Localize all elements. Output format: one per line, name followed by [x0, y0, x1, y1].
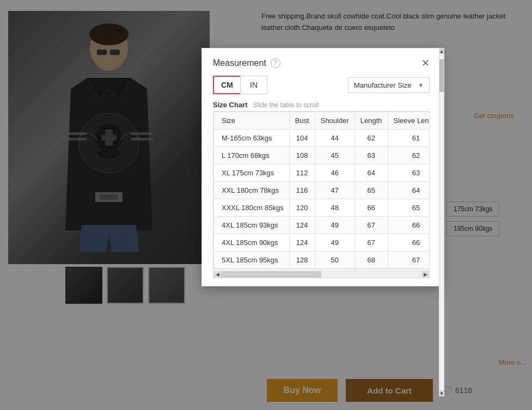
table-cell: 44	[315, 130, 354, 147]
table-cell: M-165cm 63kgs	[214, 130, 290, 147]
table-cell: 104	[289, 130, 315, 147]
modal-close-button[interactable]: ✕	[421, 58, 430, 68]
table-cell: 64	[388, 182, 430, 199]
table-header-row: Size Bust Shoulder Length Sleeve Length	[214, 112, 430, 130]
table-row: 5XL 185cm 95kgs128506867	[214, 252, 430, 269]
table-cell: XXL 180cm 78kgs	[214, 182, 290, 199]
table-cell: 67	[354, 217, 388, 234]
table-cell: 66	[388, 234, 430, 252]
measurement-modal: Measurement ? ✕ CM IN Manufacturer Size …	[201, 48, 441, 286]
scroll-right-arrow[interactable]: ▶	[421, 271, 429, 278]
scroll-up-arrow[interactable]: ▲	[439, 48, 444, 54]
unit-toggle: CM IN	[213, 76, 267, 94]
table-row: M-165cm 63kgs104446261	[214, 130, 430, 147]
table-row: XL 175cm 73kgs112466463	[214, 164, 430, 182]
vertical-scrollbar[interactable]: ▲ ▼	[439, 48, 444, 396]
modal-controls: CM IN Manufacturer Size ▼	[202, 68, 441, 94]
table-cell: 124	[289, 234, 315, 252]
table-cell: 112	[289, 164, 315, 182]
table-cell: L 170cm 68kgs	[214, 147, 290, 164]
table-cell: 128	[289, 252, 315, 269]
table-cell: 66	[354, 199, 388, 217]
table-cell: 50	[315, 252, 354, 269]
table-cell: 65	[388, 199, 430, 217]
table-cell: 46	[315, 164, 354, 182]
table-row: XXL 180cm 78kgs116476564	[214, 182, 430, 199]
table-row: 4XL 185cm 90kgs124496766	[214, 234, 430, 252]
size-table-wrapper[interactable]: Size Bust Shoulder Length Sleeve Length …	[213, 111, 430, 270]
table-cell: 62	[354, 130, 388, 147]
col-shoulder: Shoulder	[315, 112, 354, 130]
unit-in-button[interactable]: IN	[240, 76, 267, 94]
table-cell: 49	[315, 217, 354, 234]
table-cell: 67	[354, 234, 388, 252]
modal-title-row: Measurement ?	[213, 58, 280, 68]
size-chart-label-row: Size Chart Slide the table to scroll	[202, 94, 441, 111]
table-cell: 68	[354, 252, 388, 269]
table-cell: XXXL 180cm 85kgs	[214, 199, 290, 217]
table-row: 4XL 185cm 93kgs124496766	[214, 217, 430, 234]
horizontal-scrollbar[interactable]: ◀ ▶	[213, 271, 430, 278]
table-cell: 63	[354, 147, 388, 164]
col-length: Length	[354, 112, 388, 130]
scroll-thumb-v	[439, 59, 444, 92]
help-icon[interactable]: ?	[271, 58, 280, 68]
table-cell: 4XL 185cm 90kgs	[214, 234, 290, 252]
table-cell: 5XL 185cm 95kgs	[214, 252, 290, 269]
unit-cm-button[interactable]: CM	[213, 76, 240, 94]
table-cell: XL 175cm 73kgs	[214, 164, 290, 182]
table-cell: 108	[289, 147, 315, 164]
table-cell: 62	[388, 147, 430, 164]
table-cell: 124	[289, 217, 315, 234]
table-cell: 47	[315, 182, 354, 199]
table-cell: 45	[315, 147, 354, 164]
size-table: Size Bust Shoulder Length Sleeve Length …	[213, 112, 430, 269]
table-cell: 64	[354, 164, 388, 182]
size-chart-label: Size Chart	[213, 101, 248, 109]
scroll-hint: Slide the table to scroll	[253, 101, 319, 109]
table-cell: 61	[388, 130, 430, 147]
col-size: Size	[214, 112, 290, 130]
scroll-thumb	[221, 271, 321, 278]
modal-header: Measurement ? ✕	[202, 48, 441, 68]
table-row: XXXL 180cm 85kgs120486665	[214, 199, 430, 217]
table-cell: 66	[388, 217, 430, 234]
table-cell: 49	[315, 234, 354, 252]
table-cell: 67	[388, 252, 430, 269]
col-sleeve-length: Sleeve Length	[388, 112, 430, 130]
table-row: L 170cm 68kgs108456362	[214, 147, 430, 164]
modal-title: Measurement	[213, 58, 266, 68]
size-dropdown[interactable]: Manufacturer Size ▼	[348, 77, 430, 93]
scroll-track	[221, 271, 421, 278]
table-cell: 116	[289, 182, 315, 199]
table-cell: 4XL 185cm 93kgs	[214, 217, 290, 234]
table-cell: 48	[315, 199, 354, 217]
table-cell: 120	[289, 199, 315, 217]
table-cell: 65	[354, 182, 388, 199]
col-bust: Bust	[289, 112, 315, 130]
scroll-down-arrow[interactable]: ▼	[439, 390, 444, 396]
scroll-left-arrow[interactable]: ◀	[213, 271, 221, 278]
table-cell: 63	[388, 164, 430, 182]
chevron-down-icon: ▼	[418, 82, 424, 88]
size-dropdown-label: Manufacturer Size	[354, 81, 412, 89]
